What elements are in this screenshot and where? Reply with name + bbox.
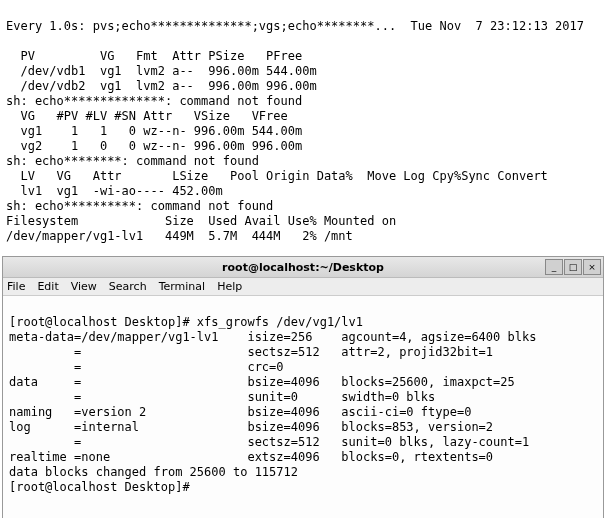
term-line: log =internal bsize=4096 blocks=853, ver…: [9, 420, 493, 434]
minimize-icon[interactable]: _: [545, 259, 563, 275]
df-row: /dev/mapper/vg1-lv1 449M 5.7M 444M 2% /m…: [6, 229, 353, 243]
menu-edit[interactable]: Edit: [37, 280, 58, 293]
term-line: = sectsz=512 sunit=0 blks, lazy-count=1: [9, 435, 529, 449]
terminal-window: root@localhost:~/Desktop _ □ × File Edit…: [2, 256, 604, 518]
lvs-row: lv1 vg1 -wi-ao---- 452.00m: [6, 184, 223, 198]
term-line: [root@localhost Desktop]# xfs_growfs /de…: [9, 315, 363, 329]
pvs-row: /dev/vdb2 vg1 lvm2 a-- 996.00m 996.00m: [6, 79, 317, 93]
menu-file[interactable]: File: [7, 280, 25, 293]
term-line: data = bsize=4096 blocks=25600, imaxpct=…: [9, 375, 515, 389]
df-header: Filesystem Size Used Avail Use% Mounted …: [6, 214, 396, 228]
shell-error: sh: echo**********: command not found: [6, 199, 273, 213]
term-line: naming =version 2 bsize=4096 ascii-ci=0 …: [9, 405, 471, 419]
vgs-header: VG #PV #LV #SN Attr VSize VFree: [6, 109, 288, 123]
pvs-header: PV VG Fmt Attr PSize PFree: [6, 49, 302, 63]
window-titlebar[interactable]: root@localhost:~/Desktop _ □ ×: [3, 257, 603, 278]
lvs-header: LV VG Attr LSize Pool Origin Data% Move …: [6, 169, 548, 183]
term-line: = crc=0: [9, 360, 284, 374]
vgs-row: vg1 1 1 0 wz--n- 996.00m 544.00m: [6, 124, 302, 138]
watch-header-left: Every 1.0s: pvs;echo**************;vgs;e…: [6, 19, 396, 33]
watch-header-right: Tue Nov 7 23:12:13 2017: [411, 19, 584, 33]
menu-view[interactable]: View: [71, 280, 97, 293]
term-line: = sunit=0 swidth=0 blks: [9, 390, 435, 404]
window-controls: _ □ ×: [544, 259, 601, 275]
term-line: realtime =none extsz=4096 blocks=0, rtex…: [9, 450, 493, 464]
shell-error: sh: echo**************: command not foun…: [6, 94, 302, 108]
menu-help[interactable]: Help: [217, 280, 242, 293]
term-line: = sectsz=512 attr=2, projid32bit=1: [9, 345, 493, 359]
term-line: data blocks changed from 25600 to 115712: [9, 465, 298, 479]
terminal-body[interactable]: [root@localhost Desktop]# xfs_growfs /de…: [3, 296, 603, 518]
window-title: root@localhost:~/Desktop: [3, 261, 603, 274]
pvs-row: /dev/vdb1 vg1 lvm2 a-- 996.00m 544.00m: [6, 64, 317, 78]
term-line: [root@localhost Desktop]#: [9, 480, 190, 494]
menubar: File Edit View Search Terminal Help: [3, 278, 603, 296]
shell-error: sh: echo********: command not found: [6, 154, 259, 168]
vgs-row: vg2 1 0 0 wz--n- 996.00m 996.00m: [6, 139, 302, 153]
term-line: meta-data=/dev/mapper/vg1-lv1 isize=256 …: [9, 330, 536, 344]
maximize-icon[interactable]: □: [564, 259, 582, 275]
close-icon[interactable]: ×: [583, 259, 601, 275]
watch-output-pane: Every 1.0s: pvs;echo**************;vgs;e…: [0, 0, 606, 248]
menu-terminal[interactable]: Terminal: [159, 280, 206, 293]
menu-search[interactable]: Search: [109, 280, 147, 293]
